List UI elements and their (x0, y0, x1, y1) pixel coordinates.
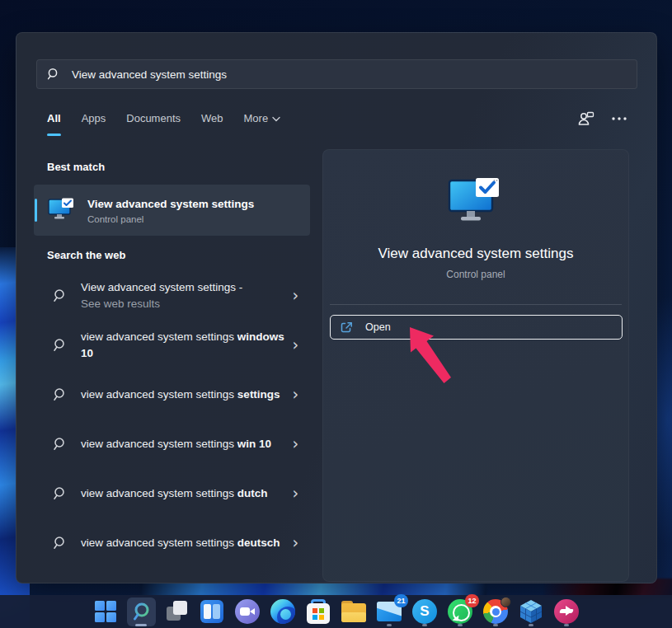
suggestion-text: view advanced system settings windows 10 (81, 329, 289, 362)
taskbar-file-explorer-button[interactable] (340, 598, 369, 626)
taskbar-store-button[interactable] (304, 598, 333, 626)
search-icon (53, 338, 67, 353)
web-suggestion-item[interactable]: view advanced system settings settings › (34, 370, 310, 419)
tab-web[interactable]: Web (201, 112, 223, 129)
tab-all[interactable]: All (47, 112, 61, 129)
running-indicator (458, 624, 463, 626)
filter-tabs: All Apps Documents Web More (47, 112, 280, 129)
chevron-right-icon: › (292, 385, 298, 403)
taskbar-edge-button[interactable] (269, 598, 298, 626)
mail-badge: 21 (394, 594, 407, 607)
chevron-right-icon: › (292, 286, 298, 304)
taskbar-task-view-button[interactable] (162, 598, 191, 626)
taskbar-search-button[interactable] (127, 598, 156, 626)
running-indicator (564, 624, 569, 626)
blue-cube-app-icon (519, 599, 543, 624)
chevron-right-icon: › (292, 533, 298, 551)
search-icon (53, 437, 67, 452)
best-match-result[interactable]: View advanced system settings Control pa… (34, 185, 310, 236)
edge-icon (270, 599, 295, 624)
chrome-icon (483, 599, 508, 624)
web-suggestion-item[interactable]: view advanced system settings dutch › (34, 469, 310, 518)
taskbar-chrome-button[interactable] (482, 598, 510, 626)
chrome-profile-overlay (500, 597, 511, 607)
search-window: View advanced system settings All Apps D… (16, 32, 657, 583)
detail-divider (330, 304, 622, 305)
search-web-header: Search the web (47, 249, 125, 261)
running-indicator (387, 624, 392, 626)
taskbar-teams-chat-button[interactable] (233, 598, 262, 626)
running-indicator (529, 624, 533, 626)
web-suggestion-item[interactable]: view advanced system settings win 10 › (34, 419, 310, 469)
search-query-text: View advanced system settings (72, 68, 227, 81)
ellipsis-icon[interactable] (612, 117, 627, 120)
chevron-down-icon (272, 116, 280, 122)
system-properties-icon-large (448, 177, 504, 227)
account-feedback-icon[interactable] (577, 110, 595, 127)
best-match-header: Best match (47, 161, 105, 173)
suggestion-text: View advanced system settings -See web r… (81, 279, 289, 312)
windows-logo-icon (95, 601, 116, 622)
running-indicator (493, 624, 498, 626)
search-icon (47, 68, 60, 81)
file-explorer-icon (341, 601, 366, 622)
suggestion-text: view advanced system settings deutsch (81, 535, 289, 551)
search-icon (53, 288, 67, 303)
screen: View advanced system settings All Apps D… (0, 0, 672, 628)
best-match-title: View advanced system settings (87, 197, 254, 212)
pink-circle-app-icon (554, 599, 579, 624)
open-button[interactable]: Open (330, 315, 623, 340)
search-input[interactable]: View advanced system settings (36, 59, 637, 89)
taskbar: 21 S 12 (0, 595, 672, 628)
taskbar-mail-button[interactable]: 21 (375, 598, 404, 626)
running-indicator (422, 624, 427, 626)
tab-more[interactable]: More (244, 112, 281, 129)
tab-documents[interactable]: Documents (126, 112, 181, 129)
taskbar-search-icon (131, 602, 151, 621)
search-icon (53, 486, 67, 501)
microsoft-store-icon (307, 599, 330, 624)
taskbar-whatsapp-button[interactable]: 12 (446, 598, 475, 626)
skype-icon: S (412, 599, 437, 624)
best-match-subtitle: Control panel (87, 214, 254, 224)
search-icon (53, 387, 67, 402)
web-suggestions-list: View advanced system settings -See web r… (34, 271, 310, 568)
system-properties-icon (48, 198, 76, 223)
chevron-right-icon: › (292, 434, 298, 452)
chevron-right-icon: › (292, 335, 298, 354)
whatsapp-badge: 12 (465, 594, 478, 607)
header-icons (577, 110, 627, 127)
running-indicator (135, 624, 147, 626)
teams-chat-icon (235, 599, 260, 624)
open-external-icon (341, 321, 353, 334)
detail-subtitle: Control panel (323, 269, 628, 280)
result-detail-panel: View advanced system settings Control pa… (322, 149, 629, 582)
web-suggestion-item[interactable]: view advanced system settings deutsch › (34, 518, 310, 568)
taskbar-blue-cube-app-button[interactable] (517, 598, 546, 626)
taskbar-skype-button[interactable]: S (411, 598, 439, 626)
chevron-right-icon: › (292, 484, 298, 502)
web-suggestion-item[interactable]: View advanced system settings -See web r… (34, 271, 310, 321)
taskbar-widgets-button[interactable] (198, 598, 227, 626)
suggestion-text: view advanced system settings dutch (81, 485, 289, 502)
web-suggestion-item[interactable]: view advanced system settings windows 10… (34, 321, 310, 370)
taskbar-start-button[interactable] (92, 598, 120, 626)
search-icon (53, 536, 67, 551)
detail-title: View advanced system settings (323, 246, 628, 262)
taskbar-pink-circle-app-button[interactable] (552, 598, 581, 626)
open-button-label: Open (365, 321, 391, 333)
suggestion-text: view advanced system settings win 10 (81, 436, 289, 452)
tab-apps[interactable]: Apps (82, 112, 106, 129)
widgets-icon (200, 600, 223, 623)
suggestion-text: view advanced system settings settings (81, 387, 289, 403)
